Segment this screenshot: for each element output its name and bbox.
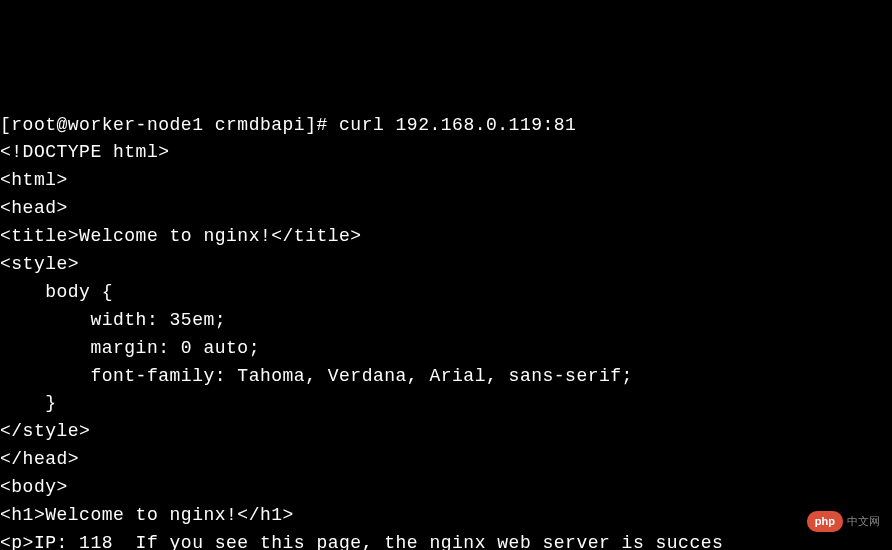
output-line: <h1>Welcome to nginx!</h1> — [0, 502, 892, 530]
output-line: margin: 0 auto; — [0, 335, 892, 363]
output-line: <body> — [0, 474, 892, 502]
output-line: <html> — [0, 167, 892, 195]
output-line: </head> — [0, 446, 892, 474]
output-line: </style> — [0, 418, 892, 446]
shell-prompt: [root@worker-node1 crmdbapi]# — [0, 115, 339, 135]
watermark-text: 中文网 — [847, 513, 880, 530]
command-line: [root@worker-node1 crmdbapi]# curl 192.1… — [0, 112, 892, 140]
output-line: <title>Welcome to nginx!</title> — [0, 223, 892, 251]
watermark: php 中文网 — [807, 511, 880, 532]
terminal-output: [root@worker-node1 crmdbapi]# curl 192.1… — [0, 112, 892, 550]
watermark-badge: php — [807, 511, 843, 532]
output-line: } — [0, 390, 892, 418]
output-line: font-family: Tahoma, Verdana, Arial, san… — [0, 363, 892, 391]
output-line: body { — [0, 279, 892, 307]
output-line: width: 35em; — [0, 307, 892, 335]
output-line: <head> — [0, 195, 892, 223]
output-line: <!DOCTYPE html> — [0, 139, 892, 167]
output-line: <p>IP: 118 If you see this page, the ngi… — [0, 530, 892, 550]
shell-command[interactable]: curl 192.168.0.119:81 — [339, 115, 576, 135]
output-line: <style> — [0, 251, 892, 279]
